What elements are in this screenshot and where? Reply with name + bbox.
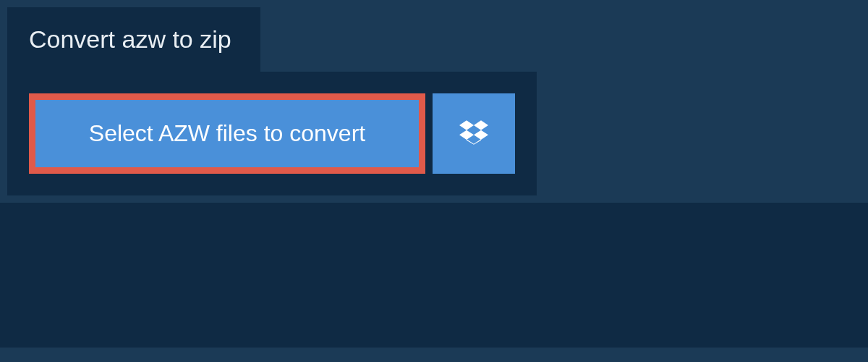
tab-convert-azw-to-zip[interactable]: Convert azw to zip [7, 7, 260, 72]
tab-bar: Convert azw to zip [0, 0, 868, 72]
converter-panel: Select AZW files to convert [7, 72, 537, 195]
dropbox-icon [459, 118, 488, 149]
below-panel [0, 203, 868, 348]
spacer [0, 195, 868, 203]
tab-title: Convert azw to zip [29, 25, 231, 53]
select-files-button[interactable]: Select AZW files to convert [35, 100, 419, 167]
dropbox-button[interactable] [433, 93, 515, 174]
select-button-highlight: Select AZW files to convert [29, 93, 425, 174]
select-files-label: Select AZW files to convert [89, 120, 365, 147]
